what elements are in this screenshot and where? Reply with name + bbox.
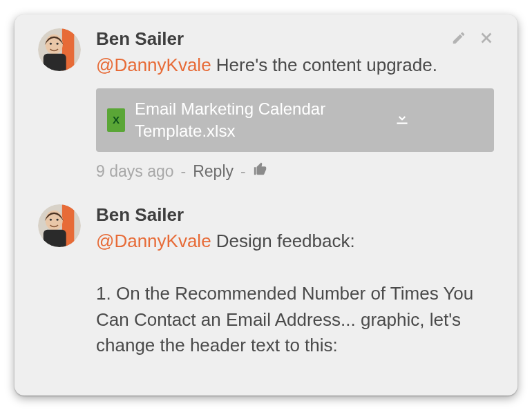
like-icon[interactable]	[253, 162, 268, 181]
comment-author[interactable]: Ben Sailer	[96, 28, 184, 50]
svg-rect-4	[44, 54, 66, 71]
edit-icon[interactable]	[451, 30, 466, 48]
comment: Ben Sailer @DannyKvale Here's the conten…	[38, 28, 494, 181]
avatar[interactable]	[38, 28, 81, 71]
attachment-filename: Email Marketing Calendar Template.xlsx	[135, 98, 383, 143]
comment: Ben Sailer @DannyKvale Design feedback: …	[38, 204, 494, 358]
svg-rect-10	[44, 230, 66, 247]
svg-point-11	[50, 219, 52, 221]
comment-author[interactable]: Ben Sailer	[96, 204, 184, 226]
comment-thread-card: Ben Sailer @DannyKvale Here's the conten…	[15, 14, 517, 396]
svg-point-5	[50, 43, 52, 45]
close-icon[interactable]	[479, 30, 494, 48]
svg-point-6	[57, 43, 59, 45]
avatar[interactable]	[38, 204, 81, 247]
comment-meta: 9 days ago - Reply -	[96, 162, 494, 181]
attachment[interactable]: Email Marketing Calendar Template.xlsx	[96, 88, 494, 153]
mention[interactable]: @DannyKvale	[96, 55, 211, 75]
download-icon[interactable]	[393, 108, 412, 132]
reply-button[interactable]: Reply	[193, 162, 234, 181]
mention[interactable]: @DannyKvale	[96, 231, 211, 251]
xlsx-icon	[107, 108, 125, 132]
comment-age: 9 days ago	[96, 162, 174, 181]
comment-text: @DannyKvale Design feedback: 1. On the R…	[96, 228, 494, 358]
comment-text: @DannyKvale Here's the content upgrade.	[96, 52, 494, 79]
comment-actions	[451, 30, 494, 48]
comment-extra: 1. On the Recommended Number of Times Yo…	[96, 283, 473, 355]
svg-point-12	[57, 219, 59, 221]
